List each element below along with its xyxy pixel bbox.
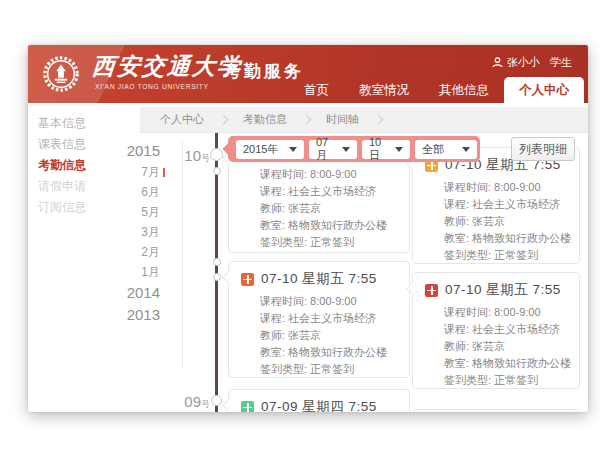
sidebar-item-leave-request[interactable]: 请假申请 [28,176,86,197]
attendance-card-stub[interactable] [412,409,580,412]
person-icon [492,57,503,68]
date-filter-bubble: 2015年 07月 10日 全部 [228,136,480,162]
chevron-down-icon [289,147,297,152]
attendance-card[interactable]: 07-09 星期四 7:55 [228,389,410,412]
card-fields: 课程时间: 8:00-9:00 课程: 社会主义市场经济 教师: 张芸京 教室:… [229,290,409,384]
breadcrumb-timeline[interactable]: 时间轴 [316,112,369,127]
card-fields: 课程时间: 8:00-9:00 课程: 社会主义市场经济 教师: 张芸京 教室:… [413,301,579,395]
university-seal-logo [42,55,80,93]
user-info[interactable]: 张小小 学生 [492,55,572,70]
timeline-node [211,395,222,406]
card-fields: 课程时间: 8:00-9:00 课程: 社会主义市场经济 教师: 张芸京 教室:… [413,176,579,270]
scope-select[interactable]: 全部 [415,140,477,159]
index-month-1[interactable]: 1月 [98,262,160,282]
university-name-cn: 西安交通大学 [91,51,243,82]
card-date: 07-10 星期五 7:55 [261,270,377,288]
attendance-card[interactable]: 07-10 星期五 7:55 课程时间: 8:00-9:00 课程: 社会主义市… [412,147,580,264]
timeline-index: 2015 7月 6月 5月 3月 2月 1月 2014 2013 [98,140,160,326]
chevron-down-icon [462,147,470,152]
university-name-en: XI'AN JIAO TONG UNIVERSITY [95,83,209,90]
timeline-node [213,167,221,175]
breadcrumb-personal-center[interactable]: 个人中心 [150,112,214,127]
card-date: 07-10 星期五 7:55 [445,281,561,299]
index-year-2015[interactable]: 2015 [98,140,160,162]
nav-personal-center[interactable]: 个人中心 [504,77,584,103]
nav-home[interactable]: 首页 [289,77,344,103]
nav-other-info[interactable]: 其他信息 [424,77,504,103]
sidebar: 基本信息 课表信息 考勤信息 请假申请 订阅信息 [28,113,86,218]
chevron-right-icon [219,115,229,125]
attendance-card[interactable]: 07-10 星期五 7:55 课程时间: 8:00-9:00 课程: 社会主义市… [228,261,410,378]
calendar-status-icon [241,401,254,413]
index-month-2[interactable]: 2月 [98,242,160,262]
index-year-2014[interactable]: 2014 [98,282,160,304]
day-label-10: 10号 [176,147,210,165]
chevron-right-icon [302,115,312,125]
timeline-node [213,273,221,281]
main-nav: 首页 教室情况 其他信息 个人中心 [289,77,584,103]
index-month-7[interactable]: 7月 [98,162,160,182]
attendance-card[interactable]: 07-10 星期五 7:55 课程时间: 8:00-9:00 课程: 社会主义市… [412,272,580,389]
index-month-5[interactable]: 5月 [98,202,160,222]
sidebar-item-timetable[interactable]: 课表信息 [28,134,86,155]
year-select[interactable]: 2015年 [236,140,304,159]
list-detail-button[interactable]: 列表明细 [511,137,575,161]
nav-classrooms[interactable]: 教室情况 [344,77,424,103]
month-select[interactable]: 07月 [309,140,357,159]
sidebar-item-subscription[interactable]: 订阅信息 [28,197,86,218]
breadcrumb: 个人中心 考勤信息 时间轴 [140,107,588,133]
breadcrumb-attendance-info[interactable]: 考勤信息 [233,112,297,127]
chevron-down-icon [395,147,403,152]
index-divider [182,140,183,368]
calendar-status-icon [425,284,438,297]
index-month-3[interactable]: 3月 [98,222,160,242]
app-header: 西安交通大学 XI'AN JIAO TONG UNIVERSITY 考勤服务 张… [28,45,588,103]
index-month-6[interactable]: 6月 [98,182,160,202]
sidebar-item-attendance[interactable]: 考勤信息 [28,155,86,176]
chevron-down-icon [342,147,350,152]
sidebar-item-basic-info[interactable]: 基本信息 [28,113,86,134]
card-date: 07-09 星期四 7:55 [261,398,377,412]
timeline-node [213,258,221,266]
day-select[interactable]: 10日 [362,140,410,159]
day-label-09: 09号 [176,393,210,411]
timeline-node [210,148,223,161]
user-name: 张小小 [507,55,540,70]
calendar-status-icon [241,273,254,286]
app-window: 西安交通大学 XI'AN JIAO TONG UNIVERSITY 考勤服务 张… [28,45,588,412]
index-year-2013[interactable]: 2013 [98,304,160,326]
user-role: 学生 [550,55,572,70]
current-month-marker [163,168,165,177]
chevron-right-icon [374,115,384,125]
